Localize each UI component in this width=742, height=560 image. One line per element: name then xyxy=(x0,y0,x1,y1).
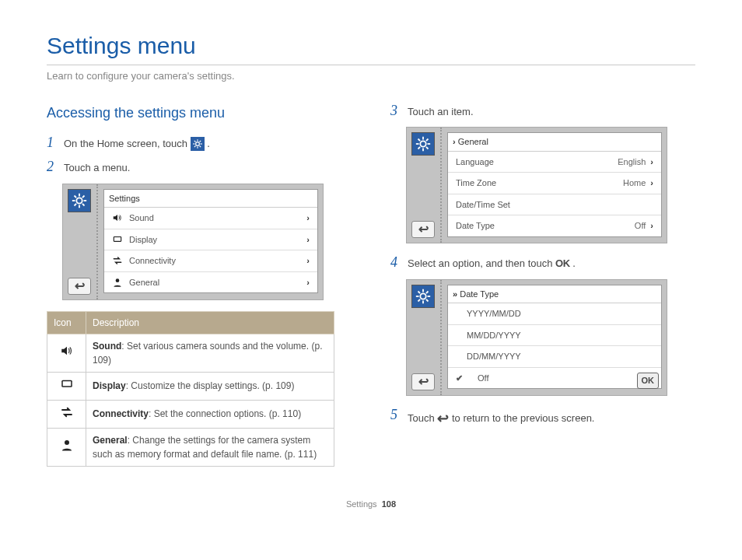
step-text: Touch an item. xyxy=(408,103,474,120)
display-icon xyxy=(112,234,123,245)
menu-connectivity[interactable]: Connectivity › xyxy=(104,250,317,272)
return-icon: ↩ xyxy=(437,411,449,426)
connectivity-icon xyxy=(112,255,123,266)
step-text: Touch a menu. xyxy=(64,159,130,176)
page-footer: Settings 108 xyxy=(47,498,695,511)
table-header-icon: Icon xyxy=(47,311,86,334)
check-icon: ✔ xyxy=(456,372,463,385)
panel-title: Settings xyxy=(104,190,317,208)
ok-button[interactable]: OK xyxy=(637,373,660,389)
row-language[interactable]: Language English › xyxy=(448,152,661,173)
sound-icon xyxy=(112,212,123,223)
gear-icon xyxy=(411,132,435,156)
step-5: 5 Touch ↩ to return to the previous scre… xyxy=(390,407,695,429)
menu-general[interactable]: General › xyxy=(104,272,317,293)
menu-sound[interactable]: Sound › xyxy=(104,208,317,229)
step-3: 3 Touch an item. xyxy=(390,103,695,120)
general-screenshot: ↩ › General Language English › Time Zone… xyxy=(406,127,667,243)
step-4: 4 Select an option, and then touch OK . xyxy=(390,254,695,271)
back-button[interactable]: ↩ xyxy=(411,373,435,390)
step-number: 5 xyxy=(390,407,408,424)
option-yyyy[interactable]: YYYY/MM/DD xyxy=(448,303,661,325)
general-icon xyxy=(60,443,74,454)
table-row: Display: Customize the display settings.… xyxy=(47,372,334,400)
option-ddmm[interactable]: DD/MM/YYYY xyxy=(448,346,661,368)
display-icon xyxy=(60,383,74,394)
chevron-right-icon: › xyxy=(306,212,310,225)
row-timezone[interactable]: Time Zone Home › xyxy=(448,173,661,194)
chevron-right-icon: › xyxy=(650,219,653,233)
gear-icon xyxy=(411,285,435,308)
connectivity-icon xyxy=(60,411,74,422)
chevron-right-icon: › xyxy=(306,276,310,289)
chevron-right-icon: › xyxy=(650,156,653,169)
general-icon xyxy=(112,277,123,288)
step-text: Select an option, and then touch xyxy=(408,257,555,269)
icon-description-table: Icon Description Sound: Set various came… xyxy=(47,311,334,467)
step-2: 2 Touch a menu. xyxy=(47,159,352,176)
table-row: General: Change the settings for the cam… xyxy=(47,428,334,466)
panel-title: » Date Type xyxy=(448,285,661,304)
chevron-right-icon: › xyxy=(306,233,310,247)
step-text: Touch xyxy=(408,412,437,424)
section-heading: Accessing the settings menu xyxy=(47,103,352,124)
table-header-desc: Description xyxy=(86,311,334,334)
chevron-right-icon: › xyxy=(306,254,310,268)
panel-title: › General xyxy=(448,133,661,152)
chevron-right-icon: › xyxy=(650,177,653,190)
page-intro: Learn to configure your camera's setting… xyxy=(47,68,695,84)
menu-display[interactable]: Display › xyxy=(104,229,317,251)
ok-icon: OK xyxy=(555,257,570,269)
step-number: 1 xyxy=(47,135,64,152)
step-text: On the Home screen, touch xyxy=(64,138,191,149)
back-button[interactable]: ↩ xyxy=(411,221,435,238)
settings-screenshot: ↩ Settings Sound › Display › Connectivit… xyxy=(62,184,324,300)
page-title: Settings menu xyxy=(47,28,695,65)
gear-icon xyxy=(68,189,91,212)
row-datetime[interactable]: Date/Time Set xyxy=(448,194,661,216)
option-off[interactable]: ✔ Off xyxy=(448,368,661,389)
step-number: 3 xyxy=(390,103,408,120)
step-1: 1 On the Home screen, touch . xyxy=(47,135,352,152)
row-datetype[interactable]: Date Type Off › xyxy=(448,215,661,236)
sound-icon xyxy=(60,349,74,360)
step-number: 4 xyxy=(390,254,408,271)
option-mmdd[interactable]: MM/DD/YYYY xyxy=(448,325,661,347)
step-number: 2 xyxy=(47,159,64,176)
back-button[interactable]: ↩ xyxy=(68,278,91,295)
table-row: Sound: Set various camera sounds and the… xyxy=(47,334,334,372)
datetype-screenshot: ↩ OK » Date Type YYYY/MM/DD MM/DD/YYYY D… xyxy=(406,279,667,396)
table-row: Connectivity: Set the connection options… xyxy=(47,400,334,428)
gear-icon xyxy=(191,137,205,151)
